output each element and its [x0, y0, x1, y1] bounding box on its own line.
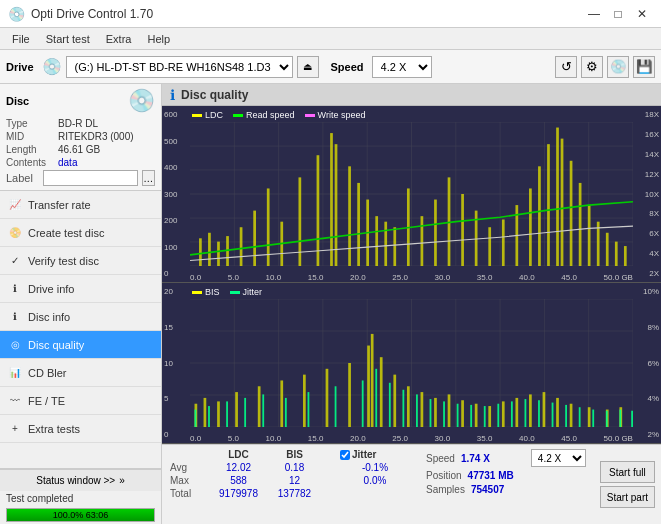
sidebar-item-create-test-disc[interactable]: 📀 Create test disc [0, 219, 161, 247]
svg-rect-80 [367, 346, 370, 427]
jitter-checkbox[interactable] [340, 450, 350, 460]
progress-text: 100.0% 63:06 [7, 509, 154, 521]
minimize-button[interactable]: — [583, 3, 605, 25]
stats-max-row: Max 588 12 0.0% [170, 475, 410, 486]
menu-file[interactable]: File [4, 31, 38, 47]
ldc-color-swatch [192, 114, 202, 117]
menu-starttest[interactable]: Start test [38, 31, 98, 47]
label-browse-button[interactable]: … [142, 170, 155, 186]
fe-te-icon: 〰 [8, 394, 22, 408]
drive-select[interactable]: (G:) HL-DT-ST BD-RE WH16NS48 1.D3 [66, 56, 293, 78]
close-button[interactable]: ✕ [631, 3, 653, 25]
svg-rect-95 [556, 398, 559, 427]
length-label: Length [6, 144, 58, 155]
svg-rect-89 [475, 404, 478, 427]
speed-select-stat[interactable]: 4.2 X [531, 449, 586, 467]
start-part-button[interactable]: Start part [600, 486, 655, 508]
sidebar: Disc 💿 Type BD-R DL MID RITEKDR3 (000) L… [0, 84, 162, 524]
svg-rect-118 [497, 404, 499, 427]
speed-info-row: Speed 1.74 X 4.2 X [426, 449, 586, 467]
avg-bis: 0.18 [267, 462, 322, 473]
chart2-y-axis-left: 20 15 10 5 0 [162, 283, 190, 443]
svg-rect-22 [253, 211, 256, 266]
sidebar-item-label: Drive info [28, 283, 74, 295]
right-stats: Speed 1.74 X 4.2 X Position 47731 MB Sam… [418, 445, 594, 524]
drive-info-icon: ℹ [8, 282, 22, 296]
start-full-button[interactable]: Start full [600, 461, 655, 483]
maximize-button[interactable]: □ [607, 3, 629, 25]
max-jitter: 0.0% [340, 475, 410, 486]
disc-type-row: Type BD-R DL [6, 118, 155, 129]
svg-rect-125 [592, 410, 594, 427]
avg-label: Avg [170, 462, 210, 473]
main-layout: Disc 💿 Type BD-R DL MID RITEKDR3 (000) L… [0, 84, 661, 524]
speed-value-stat: 1.74 X [461, 453, 490, 464]
svg-rect-41 [488, 227, 491, 266]
svg-rect-119 [511, 401, 513, 427]
speed-select[interactable]: 4.2 X [372, 56, 432, 78]
stats-headers: LDC BIS Jitter [170, 449, 410, 460]
svg-rect-54 [615, 242, 618, 266]
menu-help[interactable]: Help [139, 31, 178, 47]
mid-label: MID [6, 131, 58, 142]
legend-bis: BIS [192, 287, 220, 297]
mid-value: RITEKDR3 (000) [58, 131, 134, 142]
svg-rect-32 [375, 216, 378, 266]
sidebar-item-verify-test-disc[interactable]: ✓ Verify test disc [0, 247, 161, 275]
sidebar-item-label: CD Bler [28, 367, 67, 379]
sidebar-item-label: Transfer rate [28, 199, 91, 211]
status-window-button[interactable]: Status window >> » [0, 469, 161, 491]
sidebar-item-disc-quality[interactable]: ◎ Disc quality [0, 331, 161, 359]
speed-label: Speed [331, 61, 364, 73]
contents-value: data [58, 157, 77, 168]
sidebar-item-cd-bler[interactable]: 📊 CD Bler [0, 359, 161, 387]
svg-rect-106 [308, 392, 310, 427]
svg-rect-78 [326, 369, 329, 427]
svg-rect-29 [348, 166, 351, 266]
legend-ldc: LDC [192, 110, 223, 120]
sidebar-item-label: Extra tests [28, 423, 80, 435]
save-button[interactable]: 💾 [633, 56, 655, 78]
write-label: Write speed [318, 110, 366, 120]
svg-rect-97 [588, 407, 591, 427]
type-value: BD-R DL [58, 118, 98, 129]
svg-rect-19 [217, 242, 220, 266]
sidebar-item-transfer-rate[interactable]: 📈 Transfer rate [0, 191, 161, 219]
svg-rect-108 [362, 380, 364, 427]
svg-rect-48 [561, 139, 564, 266]
sidebar-item-extra-tests[interactable]: + Extra tests [0, 415, 161, 443]
extra-tests-icon: + [8, 422, 22, 436]
menu-extra[interactable]: Extra [98, 31, 140, 47]
refresh-button[interactable]: ↺ [555, 56, 577, 78]
sidebar-item-fe-te[interactable]: 〰 FE / TE [0, 387, 161, 415]
svg-rect-42 [502, 219, 505, 266]
ldc-header: LDC [211, 449, 266, 460]
stats-avg-row: Avg 12.02 0.18 -0.1% [170, 462, 410, 473]
label-input[interactable] [43, 170, 138, 186]
disc-mid-row: MID RITEKDR3 (000) [6, 131, 155, 142]
sidebar-item-disc-info[interactable]: ℹ Disc info [0, 303, 161, 331]
disc-title: Disc [6, 95, 29, 107]
svg-rect-84 [407, 386, 410, 427]
stats-total-row: Total 9179978 137782 [170, 488, 410, 499]
svg-rect-104 [262, 394, 264, 427]
eject-button[interactable]: ⏏ [297, 56, 319, 78]
bis-color-swatch [192, 291, 202, 294]
disc-header: Disc 💿 [6, 88, 155, 114]
action-buttons: Start full Start part [594, 445, 661, 524]
toolbar: Drive 💿 (G:) HL-DT-ST BD-RE WH16NS48 1.D… [0, 50, 661, 84]
disc-contents-row: Contents data [6, 157, 155, 168]
svg-rect-28 [335, 144, 338, 266]
chart2-y-axis-right: 10% 8% 6% 4% 2% [633, 283, 661, 443]
quality-icon: ℹ [170, 87, 175, 103]
sidebar-item-drive-info[interactable]: ℹ Drive info [0, 275, 161, 303]
disc-panel: Disc 💿 Type BD-R DL MID RITEKDR3 (000) L… [0, 84, 161, 191]
jitter-header: Jitter [340, 449, 410, 460]
legend-jitter: Jitter [230, 287, 263, 297]
config-button[interactable]: ⚙ [581, 56, 603, 78]
svg-rect-50 [579, 183, 582, 266]
disc-button[interactable]: 💿 [607, 56, 629, 78]
jitter-label: Jitter [243, 287, 263, 297]
chart1-x-axis: 0.0 5.0 10.0 15.0 20.0 25.0 30.0 35.0 40… [190, 273, 633, 282]
svg-rect-124 [579, 407, 581, 427]
